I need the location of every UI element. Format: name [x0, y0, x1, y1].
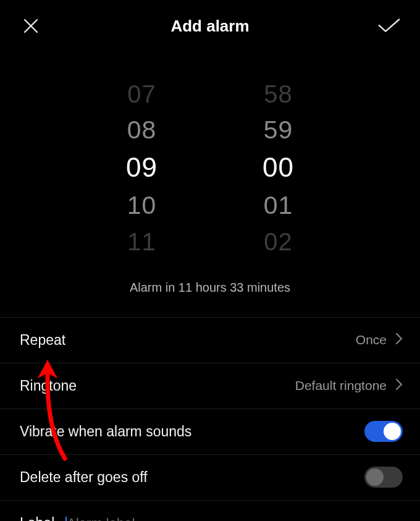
repeat-right: Once: [356, 333, 403, 347]
repeat-value: Once: [356, 333, 387, 347]
vibrate-row: Vibrate when alarm sounds: [0, 409, 420, 455]
hour-option[interactable]: 07: [127, 80, 156, 108]
minute-option[interactable]: 58: [264, 80, 293, 108]
repeat-label: Repeat: [20, 332, 65, 349]
hour-option[interactable]: 11: [127, 227, 156, 256]
minute-option[interactable]: 01: [264, 191, 293, 220]
chevron-right-icon: [395, 333, 403, 347]
hour-selected[interactable]: 09: [126, 152, 158, 184]
delete-label: Delete after goes off: [20, 469, 148, 486]
ringtone-label: Ringtone: [20, 378, 77, 394]
hour-option[interactable]: 10: [127, 191, 157, 220]
countdown-text: Alarm in 11 hours 33 minutes: [0, 281, 420, 295]
header: Add alarm: [0, 0, 420, 46]
minute-option[interactable]: 59: [264, 116, 293, 145]
label-row: Label Alarm label: [0, 501, 420, 521]
toggle-knob: [366, 468, 384, 486]
page-title: Add alarm: [170, 17, 249, 36]
vibrate-label: Vibrate when alarm sounds: [20, 423, 191, 440]
alarm-label-input[interactable]: Alarm label: [67, 515, 403, 521]
delete-toggle[interactable]: [364, 467, 403, 488]
close-button[interactable]: [19, 14, 43, 38]
minute-selected[interactable]: 00: [262, 152, 294, 184]
close-icon: [22, 17, 40, 35]
minute-wheel[interactable]: 58 59 00 01 02: [262, 80, 294, 256]
delete-row: Delete after goes off: [0, 455, 420, 501]
confirm-button[interactable]: [377, 14, 401, 38]
check-icon: [377, 17, 401, 35]
settings-list: Repeat Once Ringtone Default ringtone Vi…: [0, 317, 420, 521]
ringtone-value: Default ringtone: [295, 378, 387, 393]
ringtone-right: Default ringtone: [295, 378, 403, 393]
repeat-row[interactable]: Repeat Once: [0, 318, 420, 363]
alarm-label-placeholder: Alarm label: [67, 515, 135, 521]
ringtone-row[interactable]: Ringtone Default ringtone: [0, 363, 420, 409]
chevron-right-icon: [395, 378, 403, 393]
hour-wheel[interactable]: 07 08 09 10 11: [126, 80, 158, 256]
label-row-title: Label: [20, 515, 54, 521]
toggle-knob: [384, 423, 401, 440]
vibrate-toggle[interactable]: [364, 421, 403, 442]
text-caret: [65, 517, 67, 521]
time-picker: 07 08 09 10 11 58 59 00 01 02: [0, 80, 420, 256]
hour-option[interactable]: 08: [127, 116, 157, 145]
minute-option[interactable]: 02: [264, 227, 293, 256]
